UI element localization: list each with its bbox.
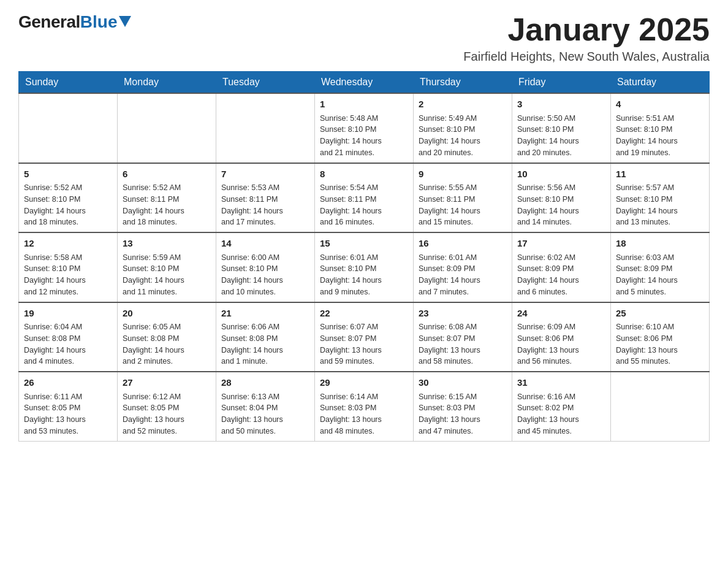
- calendar-header-saturday: Saturday: [611, 72, 710, 94]
- calendar-cell: 1Sunrise: 5:48 AM Sunset: 8:10 PM Daylig…: [315, 93, 414, 163]
- calendar-cell: [216, 93, 315, 163]
- calendar-cell: 9Sunrise: 5:55 AM Sunset: 8:11 PM Daylig…: [414, 163, 512, 233]
- day-number: 12: [24, 237, 112, 251]
- day-info: Sunrise: 5:48 AM Sunset: 8:10 PM Dayligh…: [320, 113, 408, 159]
- page-subtitle: Fairfield Heights, New South Wales, Aust…: [463, 50, 710, 64]
- calendar-cell: 25Sunrise: 6:10 AM Sunset: 8:06 PM Dayli…: [611, 302, 710, 372]
- logo-blue-text: Blue: [80, 12, 118, 32]
- calendar-cell: 23Sunrise: 6:08 AM Sunset: 8:07 PM Dayli…: [414, 302, 512, 372]
- day-info: Sunrise: 6:09 AM Sunset: 8:06 PM Dayligh…: [517, 321, 605, 367]
- day-number: 11: [616, 167, 704, 182]
- calendar-cell: 6Sunrise: 5:52 AM Sunset: 8:11 PM Daylig…: [118, 163, 216, 233]
- calendar-cell: 22Sunrise: 6:07 AM Sunset: 8:07 PM Dayli…: [315, 302, 414, 372]
- calendar-cell: [118, 93, 216, 163]
- day-info: Sunrise: 6:16 AM Sunset: 8:02 PM Dayligh…: [517, 391, 605, 437]
- day-number: 18: [616, 237, 704, 251]
- calendar-cell: 15Sunrise: 6:01 AM Sunset: 8:10 PM Dayli…: [315, 232, 414, 302]
- calendar-cell: 27Sunrise: 6:12 AM Sunset: 8:05 PM Dayli…: [118, 372, 216, 441]
- day-number: 20: [123, 307, 211, 321]
- day-number: 22: [320, 307, 408, 321]
- day-info: Sunrise: 6:14 AM Sunset: 8:03 PM Dayligh…: [320, 391, 408, 437]
- calendar-cell: 12Sunrise: 5:58 AM Sunset: 8:10 PM Dayli…: [19, 232, 118, 302]
- day-number: 2: [419, 98, 507, 112]
- day-info: Sunrise: 6:04 AM Sunset: 8:08 PM Dayligh…: [24, 321, 112, 367]
- title-area: January 2025 Fairfield Heights, New Sout…: [463, 12, 710, 64]
- day-number: 6: [123, 167, 211, 182]
- calendar-cell: 17Sunrise: 6:02 AM Sunset: 8:09 PM Dayli…: [512, 232, 611, 302]
- day-number: 5: [24, 167, 112, 182]
- calendar-cell: 20Sunrise: 6:05 AM Sunset: 8:08 PM Dayli…: [118, 302, 216, 372]
- page-title: January 2025: [463, 12, 710, 47]
- calendar-table: SundayMondayTuesdayWednesdayThursdayFrid…: [18, 71, 710, 442]
- day-info: Sunrise: 6:12 AM Sunset: 8:05 PM Dayligh…: [123, 391, 211, 437]
- day-number: 17: [517, 237, 605, 251]
- day-info: Sunrise: 5:53 AM Sunset: 8:11 PM Dayligh…: [221, 182, 309, 228]
- calendar-header-monday: Monday: [118, 72, 216, 94]
- day-info: Sunrise: 6:01 AM Sunset: 8:10 PM Dayligh…: [320, 252, 408, 298]
- calendar-header-wednesday: Wednesday: [315, 72, 414, 94]
- calendar-header-thursday: Thursday: [414, 72, 512, 94]
- day-number: 29: [320, 376, 408, 390]
- day-info: Sunrise: 6:05 AM Sunset: 8:08 PM Dayligh…: [123, 321, 211, 367]
- day-info: Sunrise: 5:51 AM Sunset: 8:10 PM Dayligh…: [616, 113, 704, 159]
- day-number: 23: [419, 307, 507, 321]
- day-info: Sunrise: 6:03 AM Sunset: 8:09 PM Dayligh…: [616, 252, 704, 298]
- calendar-cell: [611, 372, 710, 441]
- day-number: 21: [221, 307, 309, 321]
- day-number: 19: [24, 307, 112, 321]
- calendar-cell: 14Sunrise: 6:00 AM Sunset: 8:10 PM Dayli…: [216, 232, 315, 302]
- calendar-cell: 31Sunrise: 6:16 AM Sunset: 8:02 PM Dayli…: [512, 372, 611, 441]
- day-info: Sunrise: 5:58 AM Sunset: 8:10 PM Dayligh…: [24, 252, 112, 298]
- day-info: Sunrise: 6:07 AM Sunset: 8:07 PM Dayligh…: [320, 321, 408, 367]
- calendar-cell: 2Sunrise: 5:49 AM Sunset: 8:10 PM Daylig…: [414, 93, 512, 163]
- calendar-header-tuesday: Tuesday: [216, 72, 315, 94]
- calendar-week-row: 5Sunrise: 5:52 AM Sunset: 8:10 PM Daylig…: [19, 163, 710, 233]
- day-number: 4: [616, 98, 704, 112]
- calendar-cell: 8Sunrise: 5:54 AM Sunset: 8:11 PM Daylig…: [315, 163, 414, 233]
- day-info: Sunrise: 6:01 AM Sunset: 8:09 PM Dayligh…: [419, 252, 507, 298]
- day-number: 7: [221, 167, 309, 182]
- calendar-week-row: 26Sunrise: 6:11 AM Sunset: 8:05 PM Dayli…: [19, 372, 710, 441]
- day-info: Sunrise: 5:59 AM Sunset: 8:10 PM Dayligh…: [123, 252, 211, 298]
- day-info: Sunrise: 5:50 AM Sunset: 8:10 PM Dayligh…: [517, 113, 605, 159]
- calendar-week-row: 12Sunrise: 5:58 AM Sunset: 8:10 PM Dayli…: [19, 232, 710, 302]
- day-number: 27: [123, 376, 211, 390]
- day-number: 8: [320, 167, 408, 182]
- day-number: 14: [221, 237, 309, 251]
- calendar-cell: 11Sunrise: 5:57 AM Sunset: 8:10 PM Dayli…: [611, 163, 710, 233]
- day-info: Sunrise: 5:52 AM Sunset: 8:11 PM Dayligh…: [123, 182, 211, 228]
- calendar-week-row: 1Sunrise: 5:48 AM Sunset: 8:10 PM Daylig…: [19, 93, 710, 163]
- calendar-cell: 30Sunrise: 6:15 AM Sunset: 8:03 PM Dayli…: [414, 372, 512, 441]
- calendar-cell: 4Sunrise: 5:51 AM Sunset: 8:10 PM Daylig…: [611, 93, 710, 163]
- day-number: 24: [517, 307, 605, 321]
- day-info: Sunrise: 5:57 AM Sunset: 8:10 PM Dayligh…: [616, 182, 704, 228]
- day-number: 9: [419, 167, 507, 182]
- calendar-cell: 28Sunrise: 6:13 AM Sunset: 8:04 PM Dayli…: [216, 372, 315, 441]
- logo-triangle-icon: [119, 16, 131, 27]
- calendar-cell: 5Sunrise: 5:52 AM Sunset: 8:10 PM Daylig…: [19, 163, 118, 233]
- day-info: Sunrise: 6:08 AM Sunset: 8:07 PM Dayligh…: [419, 321, 507, 367]
- day-info: Sunrise: 5:49 AM Sunset: 8:10 PM Dayligh…: [419, 113, 507, 159]
- day-info: Sunrise: 6:00 AM Sunset: 8:10 PM Dayligh…: [221, 252, 309, 298]
- day-info: Sunrise: 5:54 AM Sunset: 8:11 PM Dayligh…: [320, 182, 408, 228]
- calendar-cell: 10Sunrise: 5:56 AM Sunset: 8:10 PM Dayli…: [512, 163, 611, 233]
- day-number: 28: [221, 376, 309, 390]
- day-info: Sunrise: 5:56 AM Sunset: 8:10 PM Dayligh…: [517, 182, 605, 228]
- logo-blue-part: Blue: [80, 12, 132, 32]
- calendar-cell: 24Sunrise: 6:09 AM Sunset: 8:06 PM Dayli…: [512, 302, 611, 372]
- day-number: 13: [123, 237, 211, 251]
- calendar-header-friday: Friday: [512, 72, 611, 94]
- day-number: 3: [517, 98, 605, 112]
- day-info: Sunrise: 5:55 AM Sunset: 8:11 PM Dayligh…: [419, 182, 507, 228]
- day-number: 30: [419, 376, 507, 390]
- calendar-week-row: 19Sunrise: 6:04 AM Sunset: 8:08 PM Dayli…: [19, 302, 710, 372]
- day-info: Sunrise: 6:13 AM Sunset: 8:04 PM Dayligh…: [221, 391, 309, 437]
- day-number: 1: [320, 98, 408, 112]
- calendar-cell: 19Sunrise: 6:04 AM Sunset: 8:08 PM Dayli…: [19, 302, 118, 372]
- calendar-cell: 7Sunrise: 5:53 AM Sunset: 8:11 PM Daylig…: [216, 163, 315, 233]
- day-info: Sunrise: 6:02 AM Sunset: 8:09 PM Dayligh…: [517, 252, 605, 298]
- day-info: Sunrise: 5:52 AM Sunset: 8:10 PM Dayligh…: [24, 182, 112, 228]
- day-info: Sunrise: 6:15 AM Sunset: 8:03 PM Dayligh…: [419, 391, 507, 437]
- logo: General Blue: [18, 12, 131, 32]
- calendar-cell: 16Sunrise: 6:01 AM Sunset: 8:09 PM Dayli…: [414, 232, 512, 302]
